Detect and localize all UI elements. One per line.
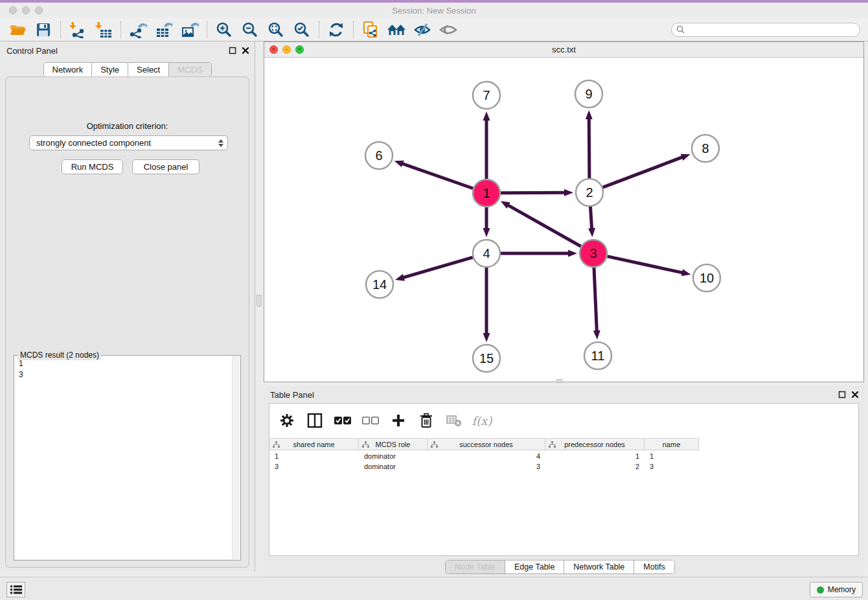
graph-edge-1-2[interactable] [501,189,573,196]
close-panel-icon[interactable] [242,47,249,54]
graph-node-10[interactable]: 10 [693,264,720,292]
graph-edge-3-11[interactable] [593,268,600,340]
graph-node-3[interactable]: 3 [580,240,607,267]
open-session-icon[interactable] [6,20,29,40]
graph-edge-1-7[interactable] [483,111,490,179]
float-panel-icon[interactable] [838,391,846,398]
search-input[interactable] [687,24,860,36]
result-scrollbar[interactable] [232,356,240,559]
criterion-select[interactable]: strongly connected component [29,135,228,150]
table-cell[interactable]: 3 [645,461,699,472]
import-table-icon[interactable] [93,20,115,40]
tab-mcds[interactable]: MCDS [168,63,211,76]
mcds-result-text[interactable]: 1 3 [16,358,230,559]
svg-text:6: 6 [375,148,382,163]
table-cell[interactable]: 1 [645,451,699,461]
table-cell[interactable]: dominator [359,451,428,461]
table-settings-gear-icon[interactable] [279,412,295,429]
float-panel-icon[interactable] [229,47,236,54]
tab-style[interactable]: Style [91,63,128,76]
graph-edge-3-10[interactable] [607,257,691,276]
table-cell[interactable]: dominator [359,461,428,472]
graph-node-9[interactable]: 9 [575,80,602,108]
graph-edge-1-4[interactable] [483,207,490,237]
zoom-in-icon[interactable] [213,20,235,40]
export-table-icon[interactable] [153,20,175,40]
column-header-MCDS-role[interactable]: MCDS role [359,439,428,450]
divider-handle[interactable] [257,295,262,306]
graph-node-6[interactable]: 6 [365,142,393,169]
zoom-selected-icon[interactable] [291,20,313,40]
hide-graphics-icon[interactable] [411,20,433,40]
column-header-name[interactable]: name [645,439,699,450]
graph-node-15[interactable]: 15 [473,345,500,372]
table-row[interactable]: 3dominator323 [269,461,699,472]
graph-node-4[interactable]: 4 [473,240,500,267]
column-header-predecessor-nodes[interactable]: predecessor nodes [545,439,645,450]
tab-network[interactable]: Network [43,63,91,76]
table-cell[interactable]: 1 [545,451,645,461]
graph-edge-2-3[interactable] [588,207,595,237]
graph-node-7[interactable]: 7 [473,82,500,109]
add-column-icon[interactable] [390,412,407,429]
tab-network-table[interactable]: Network Table [564,560,634,573]
function-builder-icon[interactable]: f(x) [474,412,490,429]
table-cell[interactable]: 4 [428,451,545,461]
graph-node-8[interactable]: 8 [692,135,719,162]
search-box[interactable] [671,23,860,37]
tab-motifs[interactable]: Motifs [634,560,674,573]
graph-node-11[interactable]: 11 [584,342,611,369]
column-label: successor nodes [459,441,513,448]
network-window-title: scc.txt [264,45,863,54]
delete-column-icon[interactable] [418,412,435,429]
table-cell[interactable]: 2 [545,461,645,472]
zoom-out-icon[interactable] [239,20,261,40]
close-panel-button[interactable]: Close panel [132,159,200,174]
memory-button[interactable]: Memory [810,582,863,597]
graph-node-2[interactable]: 2 [576,179,603,206]
run-mcds-button[interactable]: Run MCDS [62,159,123,174]
select-all-icon[interactable] [334,412,351,429]
table-cell[interactable]: 3 [269,461,359,472]
table-cell[interactable]: 3 [428,461,545,472]
svg-text:3: 3 [589,246,597,260]
graph-edge-3-1[interactable] [501,201,581,246]
zoom-fit-icon[interactable] [265,20,287,40]
graph-edge-4-3[interactable] [501,250,577,257]
export-network-icon[interactable] [127,20,149,40]
task-history-button[interactable] [6,582,25,597]
refresh-icon[interactable] [325,20,347,40]
column-header-shared-name[interactable]: shared name [269,439,359,450]
optimization-criterion-label: Optimization criterion: [6,121,249,131]
show-columns-icon[interactable] [306,412,323,429]
search-icon [676,25,685,34]
close-panel-icon[interactable] [851,391,859,398]
table-header-row: shared nameMCDS rolesuccessor nodesprede… [269,438,699,450]
graph-edge-2-9[interactable] [586,110,593,178]
table-cell[interactable]: 1 [269,451,359,461]
network-canvas[interactable]: 7968124314101511 [264,58,863,382]
graph-node-1[interactable]: 1 [473,179,500,207]
column-header-successor-nodes[interactable]: successor nodes [428,439,545,450]
network-window: × – + scc.txt 7968124314101511 [264,41,864,382]
tab-node-table[interactable]: Node Table [446,560,505,573]
splitter-handle[interactable] [556,379,562,383]
preview-eye-icon[interactable] [437,20,459,40]
graph-edge-1-6[interactable] [394,161,474,189]
graph-edge-4-14[interactable] [395,257,473,281]
graph-node-14[interactable]: 14 [366,271,393,298]
import-network-icon[interactable] [67,20,89,40]
deselect-all-icon[interactable] [362,412,379,429]
save-session-icon[interactable] [32,20,54,40]
table-row[interactable]: 1dominator411 [269,451,699,461]
graph-edge-4-15[interactable] [483,268,490,342]
criterion-value: strongly connected component [36,138,151,148]
tab-edge-table[interactable]: Edge Table [505,560,564,573]
graph-edge-2-8[interactable] [603,154,691,187]
panel-divider[interactable] [255,41,264,571]
home-icon[interactable] [385,20,407,40]
delete-table-icon[interactable] [446,412,463,429]
tab-select[interactable]: Select [128,63,168,76]
export-image-icon[interactable] [179,20,201,40]
clone-network-icon[interactable] [360,20,382,40]
